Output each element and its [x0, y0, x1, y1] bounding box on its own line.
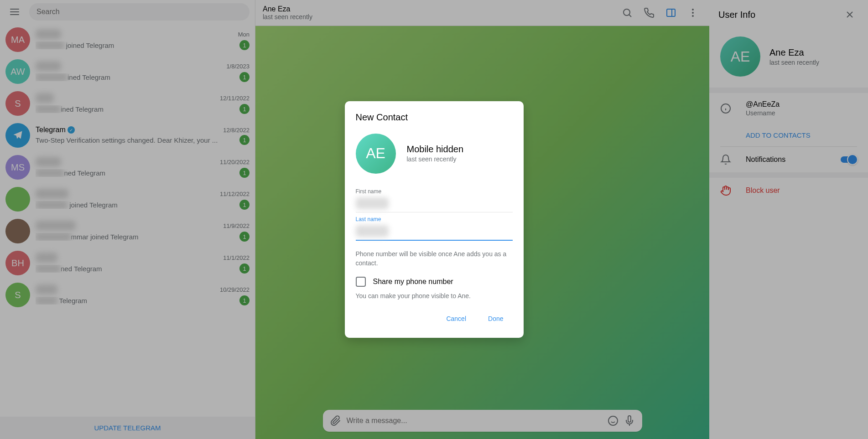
- first-name-field: First name xxx: [356, 188, 513, 212]
- share-phone-label: Share my phone number: [373, 278, 453, 286]
- last-name-label: Last name: [356, 216, 513, 222]
- share-phone-note: You can make your phone visible to Ane.: [356, 292, 513, 300]
- mobile-hidden-label: Mobile hidden: [407, 144, 464, 155]
- new-contact-modal: New Contact AE Mobile hidden last seen r…: [345, 101, 524, 338]
- cancel-button[interactable]: Cancel: [437, 310, 475, 327]
- modal-profile: AE Mobile hidden last seen recently: [356, 134, 513, 174]
- last-name-field: Last name xxx: [356, 216, 513, 241]
- modal-actions: Cancel Done: [356, 310, 513, 327]
- first-name-input[interactable]: xxx: [356, 197, 513, 209]
- share-phone-row: Share my phone number: [356, 277, 513, 287]
- last-name-input[interactable]: xxx: [356, 225, 513, 237]
- modal-status: last seen recently: [407, 155, 464, 163]
- done-button[interactable]: Done: [479, 310, 512, 327]
- phone-visibility-note: Phone number will be visible once Ane ad…: [356, 250, 513, 268]
- modal-backdrop[interactable]: New Contact AE Mobile hidden last seen r…: [0, 0, 868, 439]
- modal-title: New Contact: [356, 112, 513, 123]
- modal-avatar: AE: [356, 134, 396, 174]
- first-name-label: First name: [356, 188, 513, 195]
- share-phone-checkbox[interactable]: [356, 277, 366, 287]
